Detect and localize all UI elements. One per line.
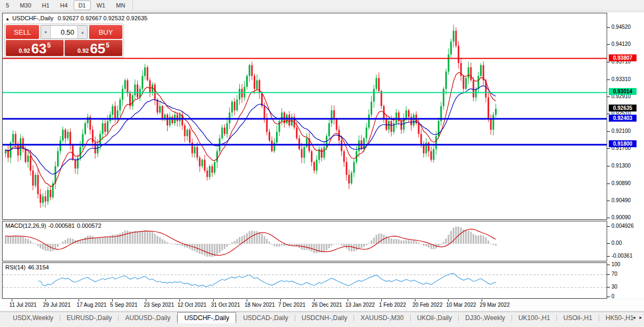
timeframe-button-d1[interactable]: D1	[74, 1, 91, 10]
chart-tab-xauusd-m30[interactable]: XAUUSD-,M30	[354, 312, 410, 323]
chart-tab-usoil-h1[interactable]: USOil-,H1	[557, 312, 599, 323]
rsi-canvas[interactable]	[3, 263, 607, 298]
rsi-axis-tick: 100	[611, 261, 621, 267]
timeframe-button-m30[interactable]: M30	[15, 1, 36, 10]
date-axis-label: 29 Jul 2021	[43, 302, 71, 308]
price-axis-tick: 0.90890	[611, 180, 631, 186]
rsi-value: 46.3154	[28, 264, 49, 270]
axis-tick	[607, 201, 610, 201]
rsi-axis-tick: 0	[611, 293, 615, 299]
timeframe-button-h1[interactable]: H1	[37, 1, 54, 10]
date-axis-tick	[213, 299, 214, 301]
timeframe-button-5[interactable]: 5	[1, 1, 14, 10]
date-axis-label: 29 Mar 2022	[480, 302, 509, 308]
date-axis-label: 1 Feb 2022	[379, 302, 406, 308]
volume-decrease-button[interactable]: ▼	[41, 26, 51, 38]
date-axis-tick	[247, 299, 247, 301]
date-axis-label: 20 Feb 2022	[413, 302, 443, 308]
date-axis-tick	[280, 299, 281, 301]
axis-tick	[607, 97, 610, 97]
chart-tab-usdx-weekly[interactable]: USDX,Weekly	[6, 312, 60, 323]
price-axis-tick: 0.94520	[611, 24, 631, 30]
price-level-badge: 0.93014	[609, 88, 637, 95]
chevron-down-icon: ▼	[44, 30, 48, 34]
macd-indicator-panel[interactable]: MACD(12,26,9)-0.0005810.000572	[2, 221, 607, 261]
buy-price-prefix: 0.92	[77, 47, 89, 54]
axis-tick	[607, 27, 610, 28]
toolbar-separator	[132, 1, 133, 10]
price-axis-tick: 0.91300	[611, 163, 631, 169]
chart-tab-usdcad-daily[interactable]: USDCAD-,Daily	[237, 312, 295, 323]
date-axis-label: 26 Dec 2021	[312, 302, 342, 308]
date-axis-label: 7 Dec 2021	[278, 302, 305, 308]
buy-button[interactable]: BUY	[89, 25, 122, 39]
macd-axis-tick: 0.00	[611, 240, 622, 246]
tab-scroll-arrows: ◂ ▸	[633, 314, 642, 321]
axis-tick	[607, 131, 610, 132]
volume-stepper: ▼ 0.50 ▲	[41, 25, 88, 39]
axis-tick	[607, 256, 610, 257]
axis-tick	[607, 184, 610, 184]
timeframe-button-h4[interactable]: H4	[56, 1, 73, 10]
sell-button[interactable]: SELL	[6, 25, 39, 39]
axis-tick	[607, 287, 610, 288]
date-axis-label: 23 Sep 2021	[144, 302, 174, 308]
date-axis-label: 18 Nov 2021	[245, 302, 275, 308]
date-axis-tick	[348, 299, 348, 301]
sell-price-big-digits: 63	[31, 42, 46, 55]
chart-tab-bar: USDX,WeeklyEURUSD-,DailyAUDUSD-,DailyUSD…	[0, 312, 644, 323]
price-level-badge: 0.92635	[609, 105, 637, 111]
rsi-title: RSI(14)	[5, 264, 26, 270]
buy-price-pipette: 5	[106, 42, 109, 49]
chart-tab-audusd-daily[interactable]: AUDUSD-,Daily	[119, 312, 177, 323]
price-axis-tick: 0.90090	[611, 214, 631, 220]
macd-axis-tick: -0.00361	[611, 253, 632, 259]
chart-tab-eurusd-daily[interactable]: EURUSD-,Daily	[60, 312, 119, 323]
date-axis-tick	[45, 299, 46, 301]
chart-tab-usdchf-daily[interactable]: USDCHF-,Daily	[177, 312, 236, 323]
date-axis-label: 13 Jan 2022	[345, 302, 375, 308]
rsi-label: RSI(14)46.3154	[5, 264, 51, 270]
rsi-indicator-panel[interactable]: RSI(14)46.3154	[2, 262, 607, 299]
price-axis-tick: 0.92100	[611, 128, 631, 134]
chart-tab-dj30-weekly[interactable]: DJ30-,Weekly	[459, 312, 511, 323]
sell-price-pipette: 5	[47, 42, 51, 49]
macd-label: MACD(12,26,9)-0.0005810.000572	[5, 222, 104, 229]
volume-input[interactable]: 0.50	[51, 26, 77, 38]
tab-scroll-left-icon[interactable]: ◂	[633, 314, 635, 321]
date-axis-label: 10 Mar 2022	[446, 302, 476, 308]
one-click-trade-widget: SELL ▼ 0.50 ▲ BUY 0.92 63 5 0.92 65 5	[4, 23, 124, 58]
date-axis-label: 12 Oct 2021	[177, 302, 206, 308]
rsi-axis-tick: 70	[611, 271, 617, 277]
volume-increase-button[interactable]: ▲	[77, 26, 87, 38]
timeframe-toolbar: 5M30H1H4D1W1MN	[0, 0, 644, 11]
price-level-badge: 0.92403	[609, 115, 637, 122]
date-axis-label: 5 Sep 2021	[110, 302, 137, 308]
date-axis-tick	[179, 299, 180, 301]
date-axis-label: 17 Aug 2021	[76, 302, 106, 308]
axis-tick	[607, 265, 610, 265]
date-axis-tick	[448, 299, 449, 301]
axis-tick	[607, 44, 610, 45]
price-axis-tick: 0.94120	[611, 41, 631, 47]
axis-tick	[607, 79, 610, 80]
buy-price-big-digits: 65	[90, 42, 105, 55]
chart-symbol-label: USDCHF-,Daily	[12, 15, 53, 21]
chart-tab-ukoil-daily[interactable]: UKOil-,Daily	[411, 312, 458, 323]
timeframe-button-mn[interactable]: MN	[111, 1, 130, 10]
axis-tick	[607, 226, 610, 227]
chart-tab-uk100-h1[interactable]: UK100-,H1	[512, 312, 556, 323]
trading-terminal-window: 5M30H1H4D1W1MN ▲USDCHF-,Daily0.92627 0.9…	[0, 0, 644, 327]
chart-ohlc-values: 0.92627 0.92667 0.92532 0.92635	[58, 15, 147, 21]
buy-price-display[interactable]: 0.92 65 5	[65, 40, 122, 56]
axis-tick	[607, 274, 610, 275]
status-bar	[0, 323, 644, 327]
axis-tick	[607, 297, 610, 297]
timeframe-button-w1[interactable]: W1	[92, 1, 111, 10]
date-axis-tick	[112, 299, 113, 301]
axis-tick	[607, 148, 610, 149]
chart-tab-usdcnh-daily[interactable]: USDCNH-,Daily	[295, 312, 354, 323]
sell-price-display[interactable]: 0.92 63 5	[6, 40, 64, 56]
tab-scroll-right-icon[interactable]: ▸	[639, 314, 642, 321]
collapse-triangle-icon[interactable]: ▲	[5, 17, 10, 21]
